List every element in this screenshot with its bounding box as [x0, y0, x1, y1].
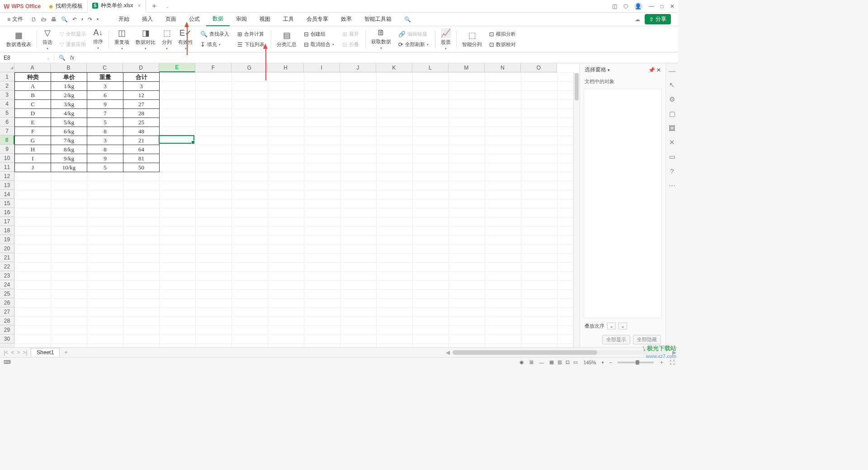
reading-view-icon[interactable]: ▭: [573, 359, 578, 365]
avatar-icon[interactable]: 👤: [634, 2, 642, 10]
row-header-30[interactable]: 30: [0, 334, 14, 343]
last-sheet-icon[interactable]: >|: [23, 349, 27, 356]
tab-dropdown-icon[interactable]: ⌄: [165, 3, 170, 9]
col-header-N[interactable]: N: [485, 63, 521, 72]
select-icon[interactable]: ↖: [669, 81, 675, 89]
settings-icon[interactable]: ⚙: [669, 95, 675, 103]
vertical-scrollbar[interactable]: ▲: [573, 72, 580, 347]
row-header-3[interactable]: 3: [0, 90, 14, 99]
col-header-K[interactable]: K: [376, 63, 412, 72]
refresh-all-button[interactable]: ⟳全部刷新: [396, 40, 430, 49]
select-all-corner[interactable]: [0, 63, 14, 72]
collapse-strip-icon[interactable]: —: [669, 67, 675, 75]
menu-view[interactable]: 视图: [253, 13, 277, 26]
row-header-16[interactable]: 16: [0, 208, 14, 217]
fullscreen-icon[interactable]: ⛶: [670, 360, 675, 365]
close-window-icon[interactable]: ✕: [670, 3, 675, 9]
minimize-icon[interactable]: —: [649, 3, 654, 9]
row-header-6[interactable]: 6: [0, 118, 14, 127]
get-data-button[interactable]: 🗎获取数据: [368, 27, 394, 51]
row-header-29[interactable]: 29: [0, 325, 14, 334]
dropdown-list-button[interactable]: ☰下拉列表: [236, 40, 266, 49]
col-header-I[interactable]: I: [304, 63, 340, 72]
sort-button[interactable]: A↓排序: [90, 27, 106, 51]
row-header-23[interactable]: 23: [0, 271, 14, 280]
whatif-button[interactable]: ⊡模拟分析: [487, 30, 518, 38]
normal-view-icon[interactable]: ▦: [549, 359, 554, 365]
book-icon[interactable]: ▭: [669, 153, 675, 161]
col-header-O[interactable]: O: [521, 63, 557, 72]
col-header-J[interactable]: J: [340, 63, 376, 72]
redo-dd-icon[interactable]: ▾: [97, 17, 99, 21]
row-header-27[interactable]: 27: [0, 307, 14, 316]
row-header-2[interactable]: 2: [0, 81, 14, 90]
row-header-22[interactable]: 22: [0, 262, 14, 271]
eye-icon[interactable]: ◉: [519, 359, 524, 365]
col-header-L[interactable]: L: [412, 63, 448, 72]
menu-insert[interactable]: 插入: [136, 13, 159, 26]
group-button[interactable]: ⊟创建组: [302, 30, 336, 38]
show-all-button[interactable]: 全部显示: [602, 335, 630, 344]
consolidate-button[interactable]: ⊞合并计算: [236, 30, 266, 38]
col-header-B[interactable]: B: [51, 63, 87, 72]
cells-grid[interactable]: 种类单价重量合计A1/kg33B2/kg612C3/kg927D4/kg728E…: [14, 72, 573, 347]
smart-split-button[interactable]: ⬚智能分列: [459, 29, 485, 49]
row-header-15[interactable]: 15: [0, 199, 14, 208]
name-box[interactable]: E8⌄: [0, 55, 54, 61]
cloud-icon[interactable]: ☁: [635, 16, 640, 23]
row-header-19[interactable]: 19: [0, 235, 14, 244]
prev-sheet-icon[interactable]: <: [11, 349, 14, 356]
share-button[interactable]: ⇧分享: [645, 14, 671, 24]
fill-button[interactable]: ↧填充: [198, 40, 231, 49]
fx-label[interactable]: fx: [70, 55, 74, 61]
undo-icon[interactable]: ↶: [72, 16, 77, 23]
col-header-F[interactable]: F: [195, 63, 231, 72]
help-icon[interactable]: ?: [670, 167, 674, 175]
menu-formula[interactable]: 公式: [183, 13, 206, 26]
show-all-button[interactable]: ▽全部显示: [58, 30, 88, 38]
open-icon[interactable]: 🗁: [41, 16, 47, 23]
cube-icon[interactable]: ⬡: [623, 3, 628, 9]
col-header-C[interactable]: C: [87, 63, 123, 72]
name-box-dd-icon[interactable]: ⌄: [47, 56, 50, 60]
file-menu[interactable]: ≡ 文件: [4, 15, 27, 23]
row-header-11[interactable]: 11: [0, 163, 14, 172]
order-down-icon[interactable]: ⌄: [618, 323, 627, 329]
row-header-25[interactable]: 25: [0, 289, 14, 298]
col-header-M[interactable]: M: [448, 63, 485, 72]
row-header-14[interactable]: 14: [0, 190, 14, 199]
row-header-12[interactable]: 12: [0, 172, 14, 181]
row-header-10[interactable]: 10: [0, 154, 14, 163]
text-to-columns-button[interactable]: ⬚分列: [159, 27, 175, 52]
menu-data[interactable]: 数据: [206, 13, 230, 26]
pivot-table-button[interactable]: ▦数据透视表: [4, 29, 34, 49]
pagebreak-view-icon[interactable]: ⊡: [566, 359, 570, 365]
redo-icon[interactable]: ↷: [88, 16, 92, 23]
pin-icon[interactable]: 📌: [648, 67, 655, 73]
row-header-20[interactable]: 20: [0, 244, 14, 253]
validity-button[interactable]: E✓有效性: [175, 27, 196, 52]
row-header-1[interactable]: 1: [0, 72, 14, 81]
collapse-button[interactable]: ⊟折叠: [340, 40, 361, 49]
menu-search-icon[interactable]: 🔍: [398, 13, 417, 26]
tools-icon[interactable]: ✕: [669, 138, 675, 146]
row-header-13[interactable]: 13: [0, 181, 14, 190]
row-header-24[interactable]: 24: [0, 280, 14, 289]
expand-button[interactable]: ⊞展开: [340, 30, 361, 38]
next-sheet-icon[interactable]: >: [17, 349, 20, 356]
menu-efficiency[interactable]: 效率: [335, 13, 358, 26]
close-panel-icon[interactable]: ✕: [656, 67, 661, 73]
add-sheet-icon[interactable]: ＋: [60, 348, 72, 356]
col-header-H[interactable]: H: [268, 63, 304, 72]
menu-tools[interactable]: 工具: [277, 13, 300, 26]
undo-dd-icon[interactable]: ▾: [81, 17, 83, 21]
grid-icon[interactable]: ⊞: [529, 359, 533, 365]
maximize-icon[interactable]: □: [660, 3, 664, 9]
row-header-26[interactable]: 26: [0, 298, 14, 307]
row-header-28[interactable]: 28: [0, 316, 14, 325]
zoom-in-icon[interactable]: ＋: [659, 359, 664, 366]
chart-icon[interactable]: 🖼: [669, 124, 675, 132]
first-sheet-icon[interactable]: |<: [4, 349, 8, 356]
tab-templates[interactable]: ◆ 找稻壳模板: [44, 0, 88, 13]
ungroup-button[interactable]: ⊟取消组合: [302, 40, 336, 49]
